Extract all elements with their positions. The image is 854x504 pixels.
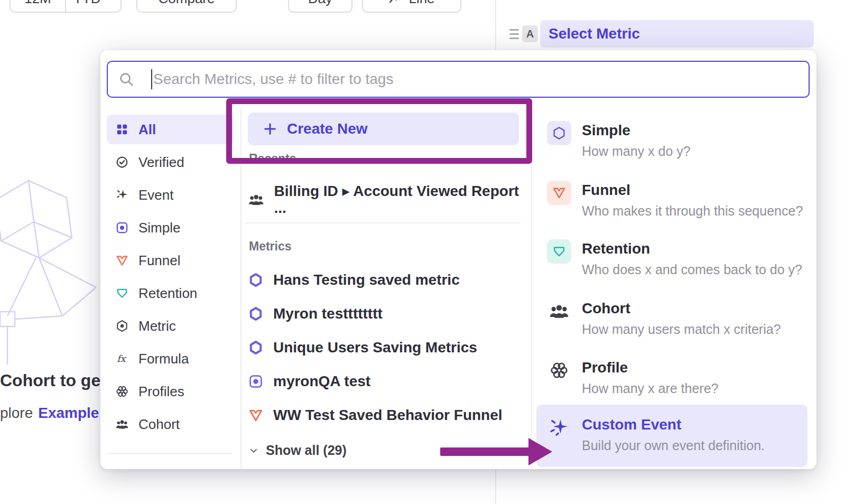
- type-funnel[interactable]: Funnel Who makes it through this sequenc…: [547, 182, 803, 219]
- category-simple[interactable]: Simple: [107, 213, 233, 242]
- hexagon-badge-icon: [248, 272, 264, 288]
- range-ytd-button[interactable]: YTD: [65, 0, 120, 12]
- type-cohort[interactable]: Cohort How many users match x criteria?: [547, 300, 781, 337]
- category-verified[interactable]: Verified: [107, 147, 233, 177]
- simple-metric-icon: [115, 221, 129, 235]
- recent-item-label: Billing ID ▸ Account Viewed Report ...: [274, 182, 531, 217]
- people-icon: [115, 417, 129, 431]
- spark-icon: [115, 188, 129, 202]
- metric-item-label: Hans Testing saved metric: [273, 272, 460, 288]
- category-retention[interactable]: Retention: [107, 278, 233, 308]
- type-simple[interactable]: Simple How many x do y?: [547, 122, 691, 159]
- flower-icon: [547, 358, 571, 382]
- drag-handle-icon[interactable]: [509, 29, 519, 39]
- search-input[interactable]: [152, 71, 798, 88]
- type-retention[interactable]: Retention Who does x and comes back to d…: [547, 240, 802, 277]
- explore-prefix: plore: [0, 405, 33, 421]
- simple-metric-icon: [248, 374, 264, 389]
- type-desc: Who makes it through this sequence?: [582, 203, 803, 219]
- compare-label: Compare: [159, 0, 215, 7]
- simple-metric-icon: [547, 121, 571, 145]
- type-custom-event[interactable]: Custom Event Build your own event defini…: [536, 405, 807, 467]
- show-all-label: Show all (29): [266, 443, 347, 458]
- category-label: Simple: [138, 220, 180, 236]
- line-chart-type-button[interactable]: Line: [362, 0, 461, 13]
- range-12m-button[interactable]: 12M: [11, 0, 65, 12]
- category-metric[interactable]: Metric: [107, 311, 233, 341]
- recent-item[interactable]: Billing ID ▸ Account Viewed Report ...: [248, 182, 531, 217]
- category-sidebar: All Verified Event Simple Funnel Retenti…: [100, 110, 239, 469]
- chevron-down-icon: [105, 0, 114, 3]
- category-formula[interactable]: Formula: [107, 344, 233, 374]
- category-all[interactable]: All: [107, 115, 233, 144]
- flower-icon: [115, 385, 129, 398]
- people-icon: [547, 299, 571, 323]
- metric-item-label: myronQA test: [273, 373, 370, 390]
- range-ytd-label: YTD: [73, 0, 101, 7]
- metric-types-panel: Simple How many x do y? Funnel Who makes…: [536, 108, 816, 469]
- type-title: Profile: [582, 359, 718, 376]
- section-divider: [245, 222, 521, 223]
- type-profile[interactable]: Profile How many x are there?: [547, 359, 718, 396]
- type-title: Funnel: [582, 182, 803, 199]
- series-a-badge: A: [522, 25, 538, 42]
- verified-badge-icon: [115, 155, 129, 169]
- funnel-icon: [547, 181, 571, 205]
- category-label: Metric: [138, 318, 176, 334]
- date-range-toggle: 12M YTD: [10, 0, 122, 13]
- type-title: Simple: [582, 122, 691, 139]
- category-label: Funnel: [138, 253, 181, 269]
- category-profiles[interactable]: Profiles: [107, 377, 233, 406]
- category-cohort[interactable]: Cohort: [107, 409, 233, 439]
- line-label: Line: [409, 0, 434, 7]
- type-desc: How many x are there?: [582, 381, 718, 396]
- funnel-icon: [248, 407, 264, 423]
- select-metric-field[interactable]: Select Metric: [540, 20, 814, 48]
- type-title: Retention: [582, 240, 802, 257]
- metric-list-item[interactable]: Myron testttttttt: [248, 302, 383, 325]
- background-explore-text: ploreExample: [0, 405, 99, 422]
- metric-search-box[interactable]: [107, 61, 810, 98]
- metric-list-item[interactable]: WW Test Saved Behavior Funnel: [248, 404, 503, 427]
- search-icon: [118, 71, 134, 87]
- range-12m-label: 12M: [24, 0, 51, 7]
- metric-item-label: Myron testttttttt: [273, 305, 383, 322]
- funnel-icon: [115, 254, 129, 267]
- magic-spark-icon: [547, 415, 571, 440]
- retention-icon: [547, 239, 571, 264]
- metric-list-item[interactable]: Unique Users Saving Metrics: [248, 336, 477, 359]
- category-funnel[interactable]: Funnel: [107, 246, 233, 275]
- metric-list-item[interactable]: myronQA test: [248, 370, 370, 393]
- type-desc: Who does x and comes back to do y?: [582, 262, 802, 277]
- grid-icon: [115, 123, 129, 136]
- day-button[interactable]: Day: [288, 0, 352, 13]
- background-illustration: [0, 174, 107, 386]
- annotation-arrow: [440, 447, 530, 456]
- type-desc: Build your own event definition.: [582, 438, 765, 453]
- hexagon-badge-icon: [248, 340, 264, 356]
- type-desc: How many users match x criteria?: [582, 322, 781, 337]
- show-all-button[interactable]: Show all (29): [248, 443, 347, 458]
- annotation-arrow-head: [528, 438, 552, 465]
- category-label: Formula: [138, 351, 189, 367]
- sidebar-divider: [108, 453, 232, 454]
- hexagon-badge-icon: [248, 306, 264, 322]
- example-link[interactable]: Example: [38, 405, 99, 421]
- type-custom-event-content: Custom Event Build your own event defini…: [547, 416, 765, 453]
- metric-list-item[interactable]: Hans Testing saved metric: [248, 268, 460, 292]
- compare-button[interactable]: Compare: [136, 0, 237, 13]
- people-icon: [248, 191, 264, 208]
- category-hidden[interactable]: [100, 461, 239, 469]
- app-window: 12M YTD Compare Day Line A Select Metric: [0, 0, 854, 504]
- annotation-rectangle: [226, 98, 532, 164]
- type-title: Cohort: [582, 300, 781, 317]
- category-label: Retention: [138, 285, 197, 302]
- line-chart-icon: [388, 0, 402, 5]
- day-label: Day: [308, 0, 332, 7]
- formula-icon: [115, 352, 129, 366]
- category-event[interactable]: Event: [107, 180, 233, 210]
- category-label: Event: [138, 187, 174, 203]
- background-headline: Cohort to ge: [0, 371, 100, 390]
- type-title: Custom Event: [582, 416, 765, 433]
- category-label: Verified: [138, 154, 184, 171]
